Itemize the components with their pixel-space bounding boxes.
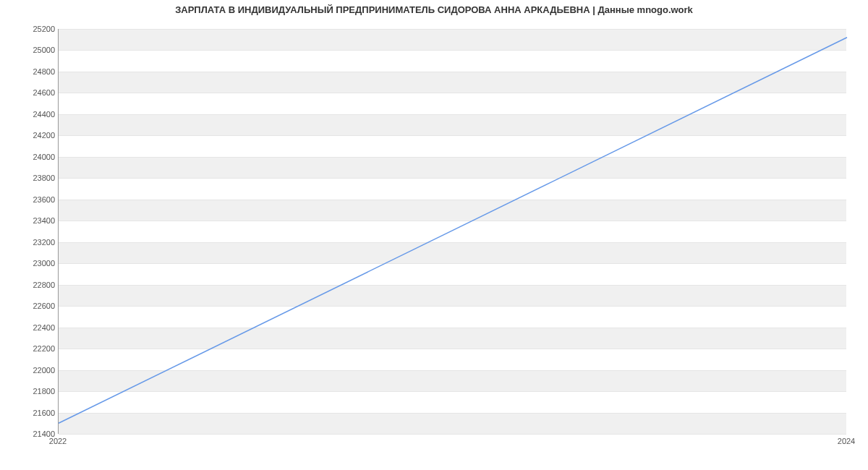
plot-area [58, 29, 846, 434]
x-tick-label: 2022 [49, 437, 67, 445]
series-line [59, 38, 847, 423]
y-tick-label: 22200 [4, 344, 55, 353]
y-tick-label: 23200 [4, 238, 55, 247]
y-tick-label: 23800 [4, 174, 55, 182]
y-tick-label: 22800 [4, 281, 55, 289]
grid-line [59, 434, 846, 435]
y-tick-label: 25200 [4, 25, 55, 33]
y-tick-label: 24600 [4, 88, 55, 97]
chart-title: ЗАРПЛАТА В ИНДИВИДУАЛЬНЫЙ ПРЕДПРИНИМАТЕЛ… [0, 4, 868, 15]
y-tick-label: 21600 [4, 409, 55, 417]
chart-container: ЗАРПЛАТА В ИНДИВИДУАЛЬНЫЙ ПРЕДПРИНИМАТЕЛ… [0, 0, 868, 470]
y-tick-label: 25000 [4, 46, 55, 54]
chart-line-layer [59, 29, 846, 433]
y-tick-label: 22600 [4, 302, 55, 310]
y-tick-label: 24000 [4, 153, 55, 161]
y-tick-label: 24800 [4, 67, 55, 76]
y-tick-label: 23400 [4, 216, 55, 225]
y-tick-label: 21800 [4, 387, 55, 396]
y-tick-label: 23600 [4, 195, 55, 204]
y-tick-label: 24400 [4, 110, 55, 119]
y-tick-label: 24200 [4, 131, 55, 140]
y-tick-label: 21400 [4, 430, 55, 438]
y-tick-label: 22000 [4, 366, 55, 375]
y-tick-label: 22400 [4, 323, 55, 332]
x-tick-label: 2024 [838, 437, 855, 445]
y-tick-label: 23000 [4, 259, 55, 268]
